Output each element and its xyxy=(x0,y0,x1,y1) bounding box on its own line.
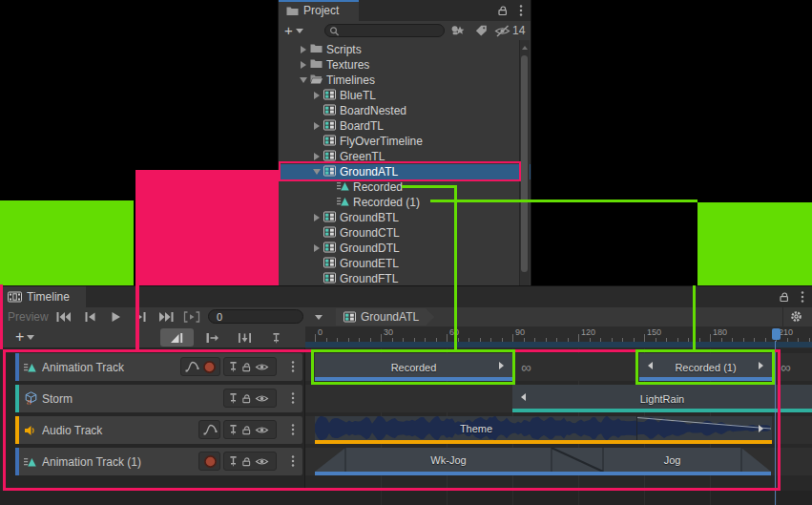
tree-item-scripts[interactable]: Scripts xyxy=(279,42,531,57)
clip-label: Theme xyxy=(315,416,637,440)
visibility-button[interactable] xyxy=(255,425,269,435)
tree-item-groundftl[interactable]: GroundFTL xyxy=(279,271,531,286)
track-header-audio-track[interactable]: Audio Track xyxy=(15,416,302,444)
tree-item-label: GroundETL xyxy=(340,257,399,270)
pin-button[interactable] xyxy=(228,424,239,435)
lock-button[interactable] xyxy=(241,425,252,435)
tree-item-recorded-1-[interactable]: Recorded (1) xyxy=(279,195,531,210)
pin-button[interactable] xyxy=(228,455,239,467)
tree-item-groundbtl[interactable]: GroundBTL xyxy=(279,210,531,225)
project-tab-label: Project xyxy=(303,4,339,17)
clip-stripe xyxy=(315,377,512,381)
record-button[interactable] xyxy=(203,454,218,469)
clip-recorded[interactable]: Recorded xyxy=(315,353,512,381)
search-bar[interactable] xyxy=(324,24,445,37)
animation-track-icon xyxy=(24,454,36,472)
visibility-button[interactable] xyxy=(255,393,269,404)
tree-item-greentl[interactable]: GreenTL xyxy=(279,149,531,164)
tab-project[interactable]: Project xyxy=(279,0,359,21)
hidden-count: 14 xyxy=(512,24,525,37)
tree-item-label: Timelines xyxy=(326,74,375,87)
plus-icon: + xyxy=(284,24,293,37)
tree-item-recorded[interactable]: Recorded xyxy=(279,179,531,195)
timeline-window: Timeline Preview 0 GroundATL xyxy=(0,286,812,505)
annotation-pink-block xyxy=(135,170,279,285)
track-menu-icon[interactable] xyxy=(291,360,295,373)
project-window: Project + 14 ScriptsTexturesTimelinesBlu… xyxy=(279,0,531,286)
pin-button[interactable] xyxy=(228,392,239,404)
clip-label: Wk-Jog xyxy=(345,448,552,472)
tree-item-label: Recorded xyxy=(353,180,403,194)
clip-lightrain[interactable]: LightRain xyxy=(512,385,812,412)
project-scrollbar[interactable] xyxy=(519,40,530,285)
lock-button[interactable] xyxy=(241,456,252,467)
tree-item-textures[interactable]: Textures xyxy=(279,57,531,73)
curves-button[interactable] xyxy=(185,361,199,372)
visibility-button[interactable] xyxy=(255,456,269,467)
dropdown-arrow-icon xyxy=(296,29,303,33)
track-menu-icon[interactable] xyxy=(291,391,295,405)
track-toggle-buttons xyxy=(223,452,277,471)
playhead-line[interactable] xyxy=(775,341,776,505)
timeline-asset-icon xyxy=(323,242,337,256)
timeline-asset-icon xyxy=(323,226,337,241)
expand-arrow-slot xyxy=(298,61,309,69)
track-header-storm[interactable]: {}Storm xyxy=(15,385,302,412)
tree-item-groundctl[interactable]: GroundCTL xyxy=(279,225,531,241)
animation-track-icon xyxy=(24,360,36,377)
tree-item-boardnested[interactable]: BoardNested xyxy=(279,103,531,118)
project-tab-bar: Project xyxy=(279,0,531,21)
tree-item-flyovertimeline[interactable]: FlyOverTimeline xyxy=(279,134,531,149)
track-toggle-buttons xyxy=(223,357,277,376)
track-color-stripe xyxy=(15,416,19,444)
clip-hold-arrow xyxy=(644,362,653,369)
timeline-asset-icon xyxy=(323,89,337,103)
record-button[interactable] xyxy=(202,360,217,374)
create-asset-button[interactable]: + xyxy=(284,23,303,38)
collapse-arrow-icon[interactable] xyxy=(313,169,321,179)
folder-icon xyxy=(309,58,323,72)
collapse-arrow-icon[interactable] xyxy=(300,77,307,87)
tree-item-timelines[interactable]: Timelines xyxy=(279,73,531,88)
hidden-items-icon[interactable] xyxy=(494,25,510,37)
project-toolbar: + 14 xyxy=(279,21,531,41)
track-extra-buttons xyxy=(198,420,220,439)
tree-item-bluetl[interactable]: BlueTL xyxy=(279,88,531,103)
expand-arrow-slot xyxy=(311,214,323,221)
track-menu-icon[interactable] xyxy=(291,423,295,436)
track-header-animation-track[interactable]: Animation Track xyxy=(15,353,302,381)
tree-item-boardtl[interactable]: BoardTL xyxy=(279,118,531,134)
visibility-button[interactable] xyxy=(255,362,269,372)
clip-group-animation-1[interactable]: Wk-JogJog xyxy=(315,448,771,475)
track-header-animation-track-1-[interactable]: Animation Track (1) xyxy=(15,448,302,475)
clip-stripe xyxy=(639,377,772,381)
extrapolation-infinity-icon: ∞ xyxy=(781,360,791,375)
lock-icon[interactable] xyxy=(497,5,509,16)
kebab-menu-icon[interactable] xyxy=(519,4,523,17)
lock-button[interactable] xyxy=(241,393,252,404)
tree-item-grounddtl[interactable]: GroundDTL xyxy=(279,241,531,256)
curves-button[interactable] xyxy=(203,424,218,435)
timeline-asset-icon xyxy=(323,257,337,271)
clip-recorded-1[interactable]: Recorded (1) xyxy=(639,353,772,381)
audio-track-icon xyxy=(24,423,36,440)
clip-hold-arrow xyxy=(759,362,767,369)
scroll-up-arrow-icon[interactable] xyxy=(522,43,528,50)
track-menu-icon[interactable] xyxy=(291,454,295,468)
search-by-type-icon[interactable] xyxy=(450,24,465,36)
lock-button[interactable] xyxy=(241,362,252,372)
tree-item-label: Recorded (1) xyxy=(353,196,420,209)
pin-button[interactable] xyxy=(228,361,239,372)
annotation-green-block-right xyxy=(697,202,812,285)
expand-arrow-slot xyxy=(311,244,323,252)
tree-item-label: BoardTL xyxy=(340,119,384,133)
tree-item-groundetl[interactable]: GroundETL xyxy=(279,256,531,271)
tree-item-groundatl[interactable]: GroundATL xyxy=(279,164,531,179)
search-by-label-icon[interactable] xyxy=(475,25,488,36)
track-color-stripe xyxy=(15,448,19,475)
search-input[interactable] xyxy=(340,25,439,37)
search-icon xyxy=(329,26,340,36)
playable-track-icon: {} xyxy=(24,391,38,409)
clip-theme[interactable]: Theme xyxy=(315,416,772,444)
scrollbar-thumb[interactable] xyxy=(521,55,528,272)
